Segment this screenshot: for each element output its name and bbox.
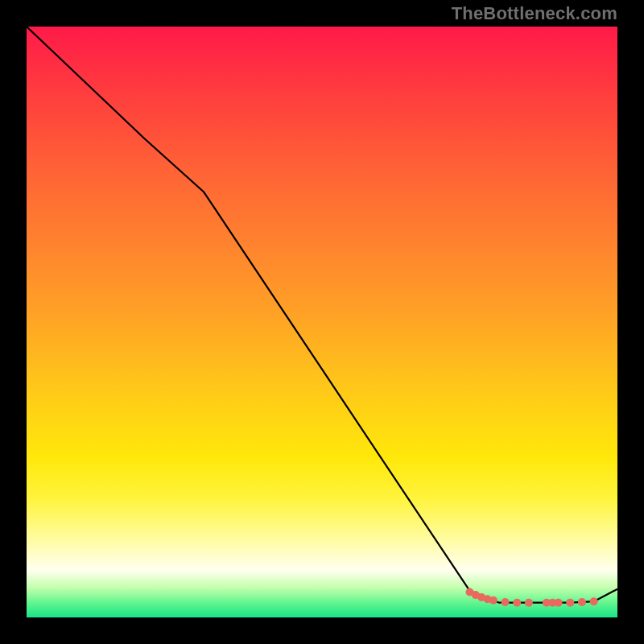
outer-frame: TheBottleneck.com: [0, 0, 644, 644]
marker-point: [590, 597, 598, 605]
watermark-label: TheBottleneck.com: [452, 3, 617, 24]
marker-point: [525, 599, 533, 607]
marker-group: [466, 588, 598, 606]
chart-svg: [27, 27, 617, 617]
bottleneck-curve: [27, 27, 617, 603]
marker-point: [502, 598, 510, 606]
plot-area: [27, 27, 617, 617]
curve-group: [27, 27, 617, 603]
marker-point: [578, 598, 586, 606]
marker-point: [489, 597, 497, 605]
marker-point: [555, 599, 563, 607]
marker-point: [513, 599, 521, 607]
marker-point: [566, 599, 574, 607]
